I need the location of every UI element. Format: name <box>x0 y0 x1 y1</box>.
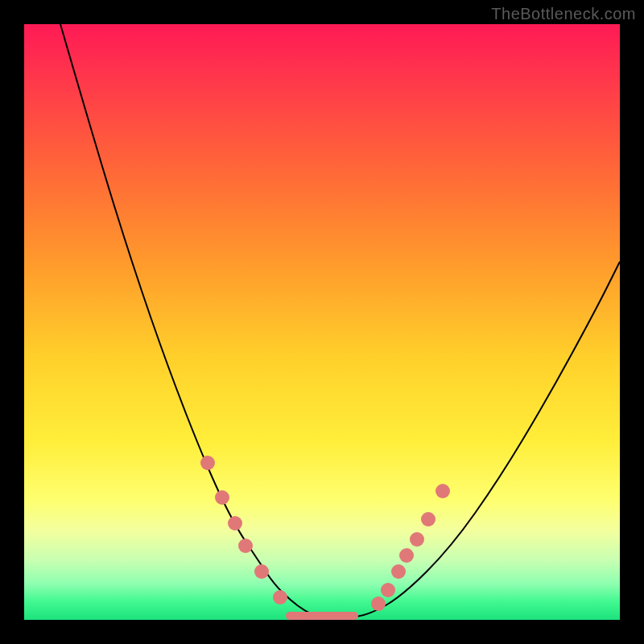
data-point-markers <box>200 456 450 611</box>
data-point-marker <box>215 490 229 505</box>
chart-svg <box>24 24 620 620</box>
data-point-marker <box>399 548 414 563</box>
data-point-marker <box>228 516 242 530</box>
data-point-marker <box>391 564 406 579</box>
bottleneck-curve <box>60 24 620 618</box>
data-point-marker <box>238 539 253 553</box>
data-point-marker <box>436 484 450 498</box>
chart-frame: TheBottleneck.com <box>0 0 644 644</box>
data-point-marker <box>273 590 287 605</box>
data-point-marker <box>254 564 269 579</box>
plot-area <box>24 24 620 620</box>
data-point-marker <box>410 532 424 547</box>
watermark-text: TheBottleneck.com <box>491 5 636 23</box>
data-point-marker <box>200 456 215 470</box>
data-point-marker <box>381 583 395 597</box>
data-point-marker <box>421 512 436 526</box>
data-point-marker <box>371 597 386 611</box>
